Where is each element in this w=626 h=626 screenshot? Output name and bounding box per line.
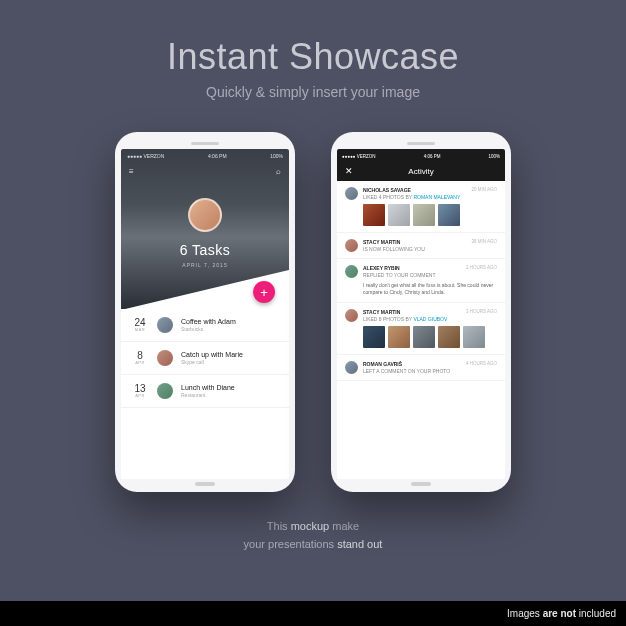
feed-item[interactable]: NICHOLAS SAVAGE LIKED 4 PHOTOS BY ROMAN … bbox=[337, 181, 505, 233]
footer-text: make bbox=[329, 520, 359, 532]
screen-tasks: ●●●●● VERZON 4:06 PM 100% ≡ ⌕ 6 Tasks AP… bbox=[121, 149, 289, 479]
phone-speaker bbox=[407, 142, 435, 145]
status-time: 4:06 PM bbox=[208, 153, 227, 159]
feed-time: 2 HOURS AGO bbox=[466, 265, 497, 270]
status-battery: 100% bbox=[488, 154, 500, 159]
task-text: Coffee with Adam Starbucks bbox=[181, 318, 279, 332]
add-task-button[interactable]: + bbox=[253, 281, 275, 303]
feed-user: STACY MARTIN bbox=[363, 309, 400, 315]
menu-icon[interactable]: ≡ bbox=[129, 167, 134, 176]
feed-user: NICHOLAS SAVAGE bbox=[363, 187, 411, 193]
task-date: 13 APR bbox=[131, 384, 149, 398]
task-title: Coffee with Adam bbox=[181, 318, 279, 325]
feed-item[interactable]: ALEXEY RYBIN REPLIED TO YOUR COMMENT 2 H… bbox=[337, 259, 505, 303]
home-button[interactable] bbox=[195, 482, 215, 486]
feed-link[interactable]: ROMAN MALEVANY bbox=[413, 194, 460, 200]
task-item[interactable]: 24 MAR Coffee with Adam Starbucks bbox=[121, 309, 289, 342]
task-title: Catch up with Marie bbox=[181, 351, 279, 358]
feed-thumbs bbox=[363, 326, 497, 348]
search-icon[interactable]: ⌕ bbox=[276, 167, 281, 176]
status-battery: 100% bbox=[270, 153, 283, 159]
status-bar: ●●●●● VERZON 4:06 PM 100% bbox=[121, 149, 289, 163]
close-icon[interactable]: ✕ bbox=[345, 166, 353, 176]
activity-feed: NICHOLAS SAVAGE LIKED 4 PHOTOS BY ROMAN … bbox=[337, 181, 505, 381]
task-month: APR bbox=[131, 361, 149, 365]
activity-header: ●●●●● VERZON 4:06 PM 100% ✕ Activity bbox=[337, 149, 505, 181]
photo-thumb[interactable] bbox=[413, 326, 435, 348]
user-avatar[interactable] bbox=[188, 198, 222, 232]
phone-tasks: ●●●●● VERZON 4:06 PM 100% ≡ ⌕ 6 Tasks AP… bbox=[115, 132, 295, 492]
feed-action: REPLIED TO YOUR COMMENT bbox=[363, 272, 436, 278]
task-month: APR bbox=[131, 394, 149, 398]
feed-item[interactable]: ROMAN GAVRIŠ LEFT A COMMENT ON YOUR PHOT… bbox=[337, 355, 505, 381]
screen-activity: ●●●●● VERZON 4:06 PM 100% ✕ Activity NIC… bbox=[337, 149, 505, 479]
photo-thumb[interactable] bbox=[438, 204, 460, 226]
feed-avatar bbox=[345, 309, 358, 322]
disclaimer-bold: are not bbox=[543, 608, 576, 619]
bottom-bar: Images are not included bbox=[0, 601, 626, 626]
feed-comment: I really don't get what all the fuss is … bbox=[363, 282, 497, 296]
photo-thumb[interactable] bbox=[438, 326, 460, 348]
task-date: 8 APR bbox=[131, 351, 149, 365]
feed-avatar bbox=[345, 187, 358, 200]
feed-action: LIKED 8 PHOTOS BY bbox=[363, 316, 412, 322]
status-time: 4:06 PM bbox=[424, 154, 441, 159]
photo-thumb[interactable] bbox=[388, 204, 410, 226]
tasks-hero: ●●●●● VERZON 4:06 PM 100% ≡ ⌕ 6 Tasks AP… bbox=[121, 149, 289, 309]
feed-time: 3 HOURS AGO bbox=[466, 309, 497, 314]
contact-avatar bbox=[157, 383, 173, 399]
activity-nav: ✕ Activity bbox=[337, 161, 505, 181]
feed-thumbs bbox=[363, 204, 497, 226]
feed-avatar bbox=[345, 265, 358, 278]
contact-avatar bbox=[157, 317, 173, 333]
tasks-nav: ≡ ⌕ bbox=[121, 163, 289, 180]
task-date: 24 MAR bbox=[131, 318, 149, 332]
home-button[interactable] bbox=[411, 482, 431, 486]
photo-thumb[interactable] bbox=[413, 204, 435, 226]
task-subtitle: Skype call bbox=[181, 359, 279, 365]
photo-thumb[interactable] bbox=[363, 326, 385, 348]
feed-user: ROMAN GAVRIŠ bbox=[363, 361, 402, 367]
feed-item[interactable]: STACY MARTIN LIKED 8 PHOTOS BY VLAD GIUB… bbox=[337, 303, 505, 355]
feed-avatar bbox=[345, 361, 358, 374]
feed-action: LEFT A COMMENT ON YOUR PHOTO bbox=[363, 368, 450, 374]
hero-subtitle: Quickly & simply insert your image bbox=[0, 84, 626, 100]
feed-item[interactable]: STACY MARTIN IS NOW FOLLOWING YOU 38 MIN… bbox=[337, 233, 505, 259]
photo-thumb[interactable] bbox=[463, 326, 485, 348]
feed-action: IS NOW FOLLOWING YOU bbox=[363, 246, 425, 252]
feed-time: 38 MIN AGO bbox=[471, 239, 497, 244]
task-title: Lunch with Diane bbox=[181, 384, 279, 391]
task-item[interactable]: 13 APR Lunch with Diane Restaurant bbox=[121, 375, 289, 408]
disclaimer-text: Images bbox=[507, 608, 543, 619]
feed-user: ALEXEY RYBIN bbox=[363, 265, 400, 271]
task-text: Catch up with Marie Skype call bbox=[181, 351, 279, 365]
task-item[interactable]: 8 APR Catch up with Marie Skype call bbox=[121, 342, 289, 375]
footer-text: This bbox=[267, 520, 291, 532]
feed-avatar bbox=[345, 239, 358, 252]
photo-thumb[interactable] bbox=[388, 326, 410, 348]
task-subtitle: Restaurant bbox=[181, 392, 279, 398]
photo-thumb[interactable] bbox=[363, 204, 385, 226]
feed-time: 20 MIN AGO bbox=[471, 187, 497, 192]
footer-copy: This mockup make your presentations stan… bbox=[0, 518, 626, 553]
tasks-count: 6 Tasks bbox=[121, 242, 289, 258]
tasks-list: 24 MAR Coffee with Adam Starbucks 8 APR bbox=[121, 309, 289, 408]
tasks-date: APRIL 7, 2015 bbox=[121, 262, 289, 268]
task-text: Lunch with Diane Restaurant bbox=[181, 384, 279, 398]
footer-emphasis: mockup bbox=[291, 520, 330, 532]
feed-link[interactable]: VLAD GIUBOV bbox=[413, 316, 447, 322]
phone-activity: ●●●●● VERZON 4:06 PM 100% ✕ Activity NIC… bbox=[331, 132, 511, 492]
activity-title: Activity bbox=[408, 167, 433, 176]
feed-time: 4 HOURS AGO bbox=[466, 361, 497, 366]
footer-text: your presentations bbox=[244, 538, 338, 550]
footer-emphasis: stand out bbox=[337, 538, 382, 550]
hero-title: Instant Showcase bbox=[0, 0, 626, 78]
status-carrier: ●●●●● VERZON bbox=[342, 154, 376, 159]
status-carrier: ●●●●● VERZON bbox=[127, 153, 164, 159]
contact-avatar bbox=[157, 350, 173, 366]
task-subtitle: Starbucks bbox=[181, 326, 279, 332]
feed-action: LIKED 4 PHOTOS BY bbox=[363, 194, 412, 200]
status-bar: ●●●●● VERZON 4:06 PM 100% bbox=[337, 152, 505, 161]
phones-container: ●●●●● VERZON 4:06 PM 100% ≡ ⌕ 6 Tasks AP… bbox=[0, 132, 626, 492]
disclaimer-text: included bbox=[576, 608, 616, 619]
